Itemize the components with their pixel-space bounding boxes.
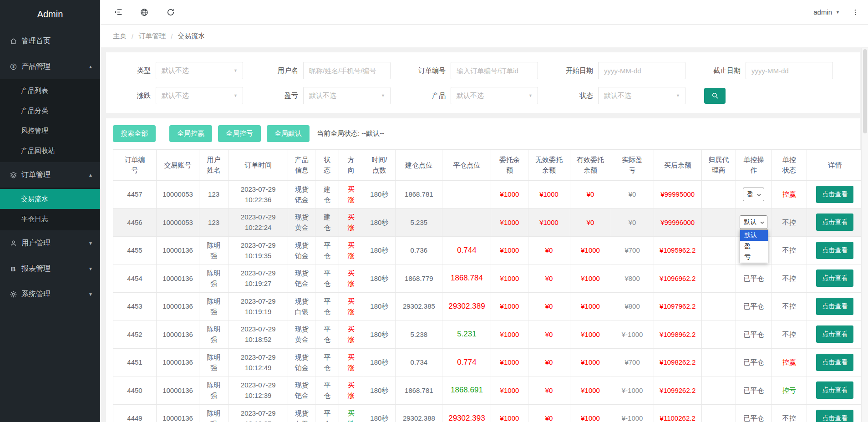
detail-button[interactable]: 点击查看 (816, 325, 853, 343)
cell-entrust-balance: ¥1000 (491, 376, 528, 405)
collapse-sidebar-icon[interactable] (113, 7, 123, 17)
breadcrumb-item[interactable]: 订单管理 (138, 32, 166, 41)
filter-item-status: 状态默认不选▼ (557, 87, 704, 104)
cell-text: ¥1000 (500, 246, 519, 254)
scrollbar-thumb[interactable] (863, 49, 867, 133)
cell-text: 180秒 (370, 358, 388, 366)
cell-text: ¥99995000 (660, 190, 695, 198)
column-header: 用户姓名 (199, 150, 228, 181)
cell-order-time: 2023-07-29 10:19:27 (228, 264, 288, 293)
dropdown-option[interactable]: 亏 (740, 252, 768, 263)
cell-order-id: 4455 (113, 236, 157, 264)
cell-text: 买跌 (347, 408, 355, 422)
cell-user-name: 陈明强 (199, 236, 228, 264)
cell-order-id: 4450 (113, 376, 157, 405)
search-all-button[interactable]: 搜索全部 (113, 125, 156, 142)
filter-input-order-no[interactable] (451, 62, 538, 79)
detail-button[interactable]: 点击查看 (816, 410, 853, 422)
cell-detail: 点击查看 (807, 208, 863, 237)
cell-text: 陈明强 (207, 296, 221, 317)
sidebar-item-home[interactable]: 管理首页 (0, 28, 100, 54)
breadcrumb-separator: / (132, 32, 133, 40)
detail-button[interactable]: 点击查看 (816, 186, 853, 203)
sidebar-item-users[interactable]: 用户管理▼ (0, 230, 100, 256)
cell-open-point: 29302.388 (396, 404, 442, 422)
filter-select-product[interactable]: 默认不选▼ (451, 87, 538, 104)
filter-input-username[interactable] (303, 62, 391, 79)
sidebar-subitem[interactable]: 产品回收站 (0, 141, 100, 161)
chevron-down-icon: ▼ (676, 93, 680, 98)
cell-status: 平仓 (315, 292, 339, 320)
global-lose-button[interactable]: 全局控亏 (218, 125, 261, 142)
cell-text: 2023-07-29 10:22:24 (241, 213, 276, 231)
filter-input-start-date[interactable] (598, 62, 685, 79)
sidebar-item-reports[interactable]: B报表管理▼ (0, 256, 100, 281)
cell-text: 陈明强 (207, 352, 221, 373)
breadcrumb-item[interactable]: 主页 (113, 32, 127, 41)
breadcrumb: 主页/订单管理/交易流水 (100, 25, 868, 47)
cell-text: 2023-07-29 10:12:49 (241, 353, 276, 371)
global-win-button[interactable]: 全局控赢 (169, 125, 212, 142)
sidebar-subitem[interactable]: 平仓日志 (0, 209, 100, 229)
detail-button[interactable]: 点击查看 (816, 354, 853, 371)
filter-label: 状态 (557, 92, 593, 100)
sidebar-subitem[interactable]: 风控管理 (0, 121, 100, 141)
filter-select-updown[interactable]: 默认不选▼ (156, 87, 243, 104)
sidebar-submenu-orders: 交易流水平仓日志 (0, 188, 100, 230)
detail-button[interactable]: 点击查看 (816, 214, 853, 231)
control-select[interactable]: 盈 (743, 188, 764, 201)
home-icon (9, 37, 17, 45)
search-button[interactable] (704, 88, 726, 104)
cell-text: 1868.784 (451, 274, 483, 282)
cell-text: 180秒 (370, 414, 388, 422)
cell-open-point: 5.238 (396, 320, 442, 349)
chevron-down-icon: ▼ (88, 241, 93, 246)
detail-button[interactable]: 点击查看 (816, 298, 853, 315)
cell-order-id: 4456 (113, 208, 157, 237)
filter-select-profit-loss[interactable]: 默认不选▼ (303, 87, 391, 104)
control-select[interactable]: 默认 (740, 215, 767, 229)
filter-select-type[interactable]: 默认不选▼ (156, 62, 243, 79)
sidebar-item-products[interactable]: $产品管理▲ (0, 54, 100, 79)
cell-detail: 点击查看 (807, 264, 863, 293)
sidebar-subitem[interactable]: 产品列表 (0, 81, 100, 101)
cell-duration: 180秒 (363, 180, 396, 208)
dropdown-option[interactable]: 默认 (740, 230, 768, 241)
sidebar-subitem[interactable]: 交易流水 (0, 189, 100, 209)
detail-button[interactable]: 点击查看 (816, 269, 853, 287)
cell-text: 已平仓 (743, 275, 764, 282)
filter-input-end-date[interactable] (746, 62, 833, 79)
cell-text: ¥1000 (581, 414, 600, 422)
cell-product: 现货铂金 (288, 348, 315, 376)
cell-text: ¥1000 (581, 330, 600, 338)
cell-text: 控赢 (782, 190, 796, 198)
cell-duration: 180秒 (363, 348, 396, 376)
cell-detail: 点击查看 (807, 292, 863, 320)
username-label: admin (813, 8, 832, 16)
global-default-button[interactable]: 全局默认 (267, 125, 310, 142)
dropdown-option[interactable]: 盈 (740, 241, 768, 252)
cell-text: ¥1000 (500, 302, 519, 310)
detail-button[interactable]: 点击查看 (816, 242, 853, 259)
detail-button[interactable]: 点击查看 (816, 381, 853, 399)
sidebar-item-orders[interactable]: 订单管理▲ (0, 162, 100, 188)
user-menu[interactable]: admin ▼ (813, 8, 840, 16)
breadcrumb-item: 交易流水 (178, 32, 205, 41)
cell-text: 180秒 (370, 246, 388, 254)
cell-valid-entrust: ¥1000 (570, 236, 611, 264)
cell-valid-entrust: ¥1000 (570, 348, 611, 376)
layers-icon (9, 171, 17, 179)
cell-order-time: 2023-07-29 10:12:49 (228, 348, 288, 376)
cell-agent (701, 180, 736, 208)
refresh-icon[interactable] (166, 7, 176, 17)
filter-item-start-date: 开始日期 (557, 62, 704, 79)
more-options-icon[interactable] (851, 8, 860, 17)
sidebar-item-system[interactable]: 系统管理▼ (0, 281, 100, 307)
filter-item-profit-loss: 盈亏默认不选▼ (262, 87, 409, 104)
cell-text: ¥1000 (500, 330, 519, 338)
cell-text: 控赢 (782, 358, 796, 366)
filter-select-status[interactable]: 默认不选▼ (598, 87, 685, 104)
sidebar-subitem[interactable]: 产品分类 (0, 101, 100, 121)
language-globe-icon[interactable] (139, 7, 149, 17)
scrollbar[interactable] (861, 48, 868, 422)
